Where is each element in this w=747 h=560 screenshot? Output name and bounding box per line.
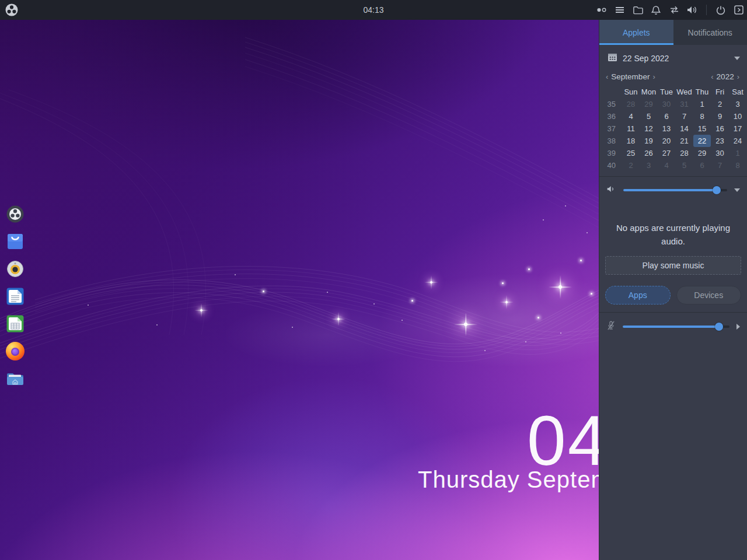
calendar-corner [601, 86, 622, 98]
calendar-day[interactable]: 18 [622, 135, 640, 147]
calendar-day[interactable]: 8 [693, 110, 711, 123]
calendar-day[interactable]: 30 [711, 147, 729, 159]
calendar-week-number: 37 [601, 123, 622, 135]
volume-slider[interactable] [623, 189, 727, 191]
calendar-grid: SunMonTueWedThuFriSat3528293031123364567… [599, 83, 747, 176]
calendar-day[interactable]: 2 [711, 98, 729, 110]
calendar-day[interactable]: 3 [640, 159, 658, 172]
calendar-day[interactable]: 9 [711, 110, 729, 123]
calendar-day[interactable]: 19 [640, 135, 658, 147]
calendar-day[interactable]: 12 [640, 123, 658, 135]
chevron-down-icon[interactable] [734, 188, 740, 192]
record-dots-icon[interactable] [596, 4, 608, 16]
folder-icon[interactable] [632, 4, 644, 16]
libreoffice-writer-icon[interactable] [6, 287, 25, 306]
multimedia-speaker-icon[interactable] [6, 260, 25, 278]
calendar-day[interactable]: 17 [729, 123, 747, 135]
calendar-day[interactable]: 6 [693, 159, 711, 172]
speaker-icon [606, 184, 616, 196]
calendar-day[interactable]: 13 [658, 123, 676, 135]
power-icon[interactable] [715, 4, 727, 16]
prev-year-button[interactable]: ‹ [708, 72, 716, 81]
app-store-icon[interactable] [6, 232, 25, 251]
prev-month-button[interactable]: ‹ [603, 72, 611, 81]
calendar-day[interactable]: 24 [729, 135, 747, 147]
calendar-day[interactable]: 29 [693, 147, 711, 159]
play-music-button[interactable]: Play some music [605, 256, 741, 275]
distro-logo-icon[interactable] [5, 3, 19, 17]
home-folder-icon[interactable] [6, 369, 25, 388]
sparkle-star [528, 268, 530, 270]
calendar-day[interactable]: 29 [640, 98, 658, 110]
next-year-button[interactable]: › [734, 72, 742, 81]
tab-applets[interactable]: Applets [599, 20, 673, 45]
tab-notifications[interactable]: Notifications [673, 20, 747, 45]
libreoffice-calc-icon[interactable] [6, 314, 25, 333]
calendar-day[interactable]: 8 [729, 159, 747, 172]
calendar-day[interactable]: 23 [711, 135, 729, 147]
microphone-muted-icon [606, 320, 616, 333]
calendar-week-number: 40 [601, 159, 622, 172]
calendar-day-header: Thu [693, 86, 711, 98]
sparkle-star [411, 300, 413, 302]
calendar-day[interactable]: 16 [711, 123, 729, 135]
speaker-icon[interactable] [686, 4, 698, 16]
calendar-day[interactable]: 27 [658, 147, 676, 159]
calendar-day[interactable]: 14 [675, 123, 693, 135]
sparkle-star [505, 301, 508, 303]
calendar-day[interactable]: 5 [640, 110, 658, 123]
panel-expand-icon[interactable] [733, 4, 745, 16]
calendar-day[interactable]: 5 [675, 159, 693, 172]
calendar-day-header: Sat [729, 86, 747, 98]
chevron-right-icon[interactable] [736, 324, 740, 330]
sparkle-star [537, 317, 539, 318]
calendar-day[interactable]: 26 [640, 147, 658, 159]
calendar-day[interactable]: 30 [658, 98, 676, 110]
firefox-icon[interactable] [6, 342, 25, 360]
menu-icon[interactable] [614, 4, 626, 16]
bell-icon[interactable] [650, 4, 662, 16]
calendar-day[interactable]: 1 [729, 147, 747, 159]
calendar-day[interactable]: 31 [675, 98, 693, 110]
next-month-button[interactable]: › [650, 72, 658, 81]
calendar-week-number: 39 [601, 147, 622, 159]
top-panel: 04:13 [0, 0, 747, 20]
apps-toggle-button[interactable]: Apps [605, 286, 671, 304]
calendar-header[interactable]: 22 Sep 2022 [599, 45, 747, 68]
calendar-day[interactable]: 7 [675, 110, 693, 123]
calendar-day[interactable]: 7 [711, 159, 729, 172]
volume-slider-handle[interactable] [713, 186, 721, 194]
calendar-day-header: Wed [675, 86, 693, 98]
calendar-day[interactable]: 15 [693, 123, 711, 135]
microphone-slider[interactable] [623, 326, 729, 328]
calendar-day[interactable]: 28 [675, 147, 693, 159]
calendar-day[interactable]: 6 [658, 110, 676, 123]
chevron-down-icon[interactable] [734, 57, 740, 60]
sparkle-star [580, 260, 582, 261]
distro-logo-icon[interactable] [6, 205, 25, 223]
calendar-day[interactable]: 3 [729, 98, 747, 110]
calendar-day[interactable]: 22 [693, 135, 711, 147]
calendar-day[interactable]: 4 [658, 159, 676, 172]
calendar-day[interactable]: 2 [622, 159, 640, 172]
calendar-icon [608, 52, 617, 64]
calendar-day[interactable]: 28 [622, 98, 640, 110]
calendar-day[interactable]: 21 [675, 135, 693, 147]
calendar-day[interactable]: 1 [693, 98, 711, 110]
microphone-slider-handle[interactable] [715, 323, 723, 331]
devices-toggle-button[interactable]: Devices [676, 286, 742, 304]
calendar-day[interactable]: 25 [622, 147, 640, 159]
sparkle-star [200, 309, 203, 312]
calendar-day[interactable]: 10 [729, 110, 747, 123]
month-label: September [611, 72, 650, 81]
swap-arrows-icon[interactable] [668, 4, 680, 16]
calendar-day-header: Mon [640, 86, 658, 98]
calendar-day-header: Fri [711, 86, 729, 98]
calendar-day[interactable]: 11 [622, 123, 640, 135]
calendar-day[interactable]: 4 [622, 110, 640, 123]
panel-clock[interactable]: 04:13 [363, 5, 383, 15]
calendar-day[interactable]: 20 [658, 135, 676, 147]
sparkle-star [337, 318, 340, 320]
sparkle-star [591, 293, 592, 295]
sparkle-star [502, 282, 504, 284]
